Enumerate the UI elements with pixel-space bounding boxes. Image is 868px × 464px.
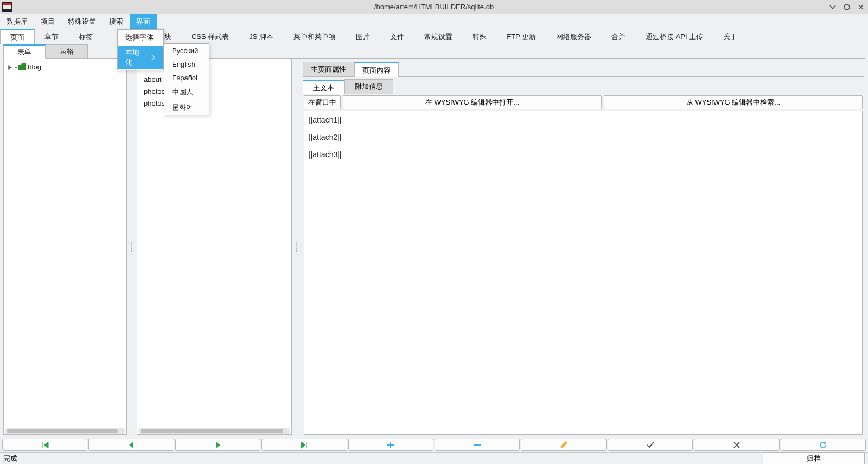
minimize-button[interactable] — [829, 3, 837, 11]
close-button[interactable] — [857, 3, 865, 11]
rtab-page-content[interactable]: 页面内容 — [354, 62, 399, 77]
bottom-toolbar — [0, 437, 868, 452]
left-hscroll[interactable] — [5, 428, 125, 434]
subtab-form[interactable]: 表单 — [3, 44, 46, 59]
list-item[interactable]: about — [141, 73, 288, 85]
status-text: 完成 — [3, 454, 17, 463]
btn-retrieve-wysiwyg[interactable]: 从 WYSIWYG 编辑器中检索... — [604, 95, 863, 109]
btn-next[interactable] — [175, 439, 260, 451]
splitter-left[interactable] — [130, 59, 133, 435]
window-title: /home/artem/HTMLBUILDER/sqlite.db — [374, 3, 494, 11]
left-panel: - blog — [3, 59, 127, 435]
archive-button[interactable]: 归档 — [763, 452, 865, 465]
titlebar: /home/artem/HTMLBUILDER/sqlite.db — [0, 0, 868, 14]
menu-localization[interactable]: 本地化 — [118, 46, 163, 69]
tab-tag[interactable]: 标签 — [69, 29, 103, 44]
folder-icon — [18, 63, 26, 70]
tab-chapter[interactable]: 章节 — [35, 29, 69, 44]
mid-list[interactable]: index about photos photos — [137, 59, 291, 427]
btn-open-wysiwyg[interactable]: 在 WYSIWYG 编辑器中打开... — [343, 95, 602, 109]
tab-merge[interactable]: 合并 — [602, 29, 636, 44]
btn-confirm[interactable] — [608, 439, 693, 451]
tree-label: blog — [28, 63, 41, 71]
rtab-page-properties[interactable]: 主页面属性 — [303, 62, 354, 76]
lang-spanish[interactable]: Español — [164, 71, 209, 85]
tab-menus[interactable]: 菜单和菜单项 — [284, 29, 346, 44]
tab-about[interactable]: 关于 — [713, 29, 748, 44]
tree[interactable]: - blog — [4, 59, 126, 427]
right-tabs-row1: 主页面属性 页面内容 — [303, 62, 864, 77]
btn-edit[interactable] — [521, 439, 606, 451]
menu-interface[interactable]: 界面 — [130, 14, 157, 29]
tab-bridge-api[interactable]: 通过桥接 API 上传 — [636, 29, 713, 44]
rtab-main-text[interactable]: 主文本 — [303, 80, 344, 94]
editor-textarea[interactable]: ||attach1|| ||attach2|| ||attach3|| — [304, 111, 863, 435]
lang-english[interactable]: English — [164, 57, 209, 71]
chevron-right-icon — [145, 54, 156, 62]
btn-remove[interactable] — [435, 439, 520, 451]
expand-icon[interactable] — [7, 64, 13, 70]
menu-choose-font[interactable]: 选择字体 — [118, 30, 163, 45]
tab-css[interactable]: CSS 样式表 — [182, 29, 239, 44]
app-icon — [2, 2, 12, 12]
btn-refresh[interactable] — [781, 439, 866, 451]
menu-search[interactable]: 搜索 — [103, 14, 130, 29]
tab-general-settings[interactable]: 常规设置 — [414, 29, 463, 44]
tab-page[interactable]: 页面 — [0, 29, 35, 44]
lang-russian[interactable]: Русский — [164, 44, 209, 57]
statusbar: 完成 归档 — [0, 452, 868, 464]
list-item[interactable]: photos — [141, 85, 288, 97]
menu-localization-label: 本地化 — [125, 48, 145, 67]
maximize-button[interactable] — [843, 3, 851, 11]
btn-first[interactable] — [2, 439, 87, 451]
menu-choose-font-label: 选择字体 — [125, 33, 154, 42]
btn-in-window[interactable]: 在窗口中 — [304, 95, 341, 109]
lang-chinese[interactable]: 中国人 — [164, 85, 209, 100]
rtab-additional-info[interactable]: 附加信息 — [344, 79, 393, 94]
tab-special[interactable]: 特殊 — [463, 29, 497, 44]
localization-submenu: Русский English Español 中国人 문화어 — [164, 43, 209, 115]
btn-cancel[interactable] — [694, 439, 779, 451]
menubar: 数据库 项目 特殊设置 搜索 界面 — [0, 14, 868, 29]
tab-js[interactable]: JS 脚本 — [239, 29, 284, 44]
right-panel: 主页面属性 页面内容 主文本 附加信息 在窗口中 在 WYSIWYG 编辑器中打… — [302, 59, 865, 435]
right-tabs-row2: 主文本 附加信息 — [303, 79, 864, 94]
btn-add[interactable] — [348, 439, 433, 451]
tab-images[interactable]: 图片 — [346, 29, 380, 44]
tab-ftp[interactable]: FTP 更新 — [497, 29, 546, 44]
tree-row-blog[interactable]: - blog — [7, 61, 123, 72]
window-controls — [829, 3, 865, 11]
menu-project[interactable]: 项目 — [34, 14, 61, 29]
tab-files[interactable]: 文件 — [380, 29, 414, 44]
mid-panel: index about photos photos — [137, 59, 292, 435]
menu-database[interactable]: 数据库 — [0, 14, 34, 29]
tab-webserver[interactable]: 网络服务器 — [546, 29, 602, 44]
subtab-table[interactable]: 表格 — [46, 44, 88, 58]
menu-special-settings[interactable]: 特殊设置 — [61, 14, 103, 29]
svg-point-0 — [844, 4, 850, 10]
btn-last[interactable] — [261, 439, 347, 451]
splitter-right[interactable] — [295, 59, 298, 435]
editor-buttons: 在窗口中 在 WYSIWYG 编辑器中打开... 从 WYSIWYG 编辑器中检… — [303, 94, 864, 111]
interface-menu-popup: 选择字体 本地化 — [117, 29, 164, 70]
list-item[interactable]: photos — [141, 97, 288, 109]
mid-hscroll[interactable] — [138, 428, 290, 434]
btn-prev[interactable] — [88, 439, 174, 451]
lang-korean[interactable]: 문화어 — [164, 100, 209, 115]
